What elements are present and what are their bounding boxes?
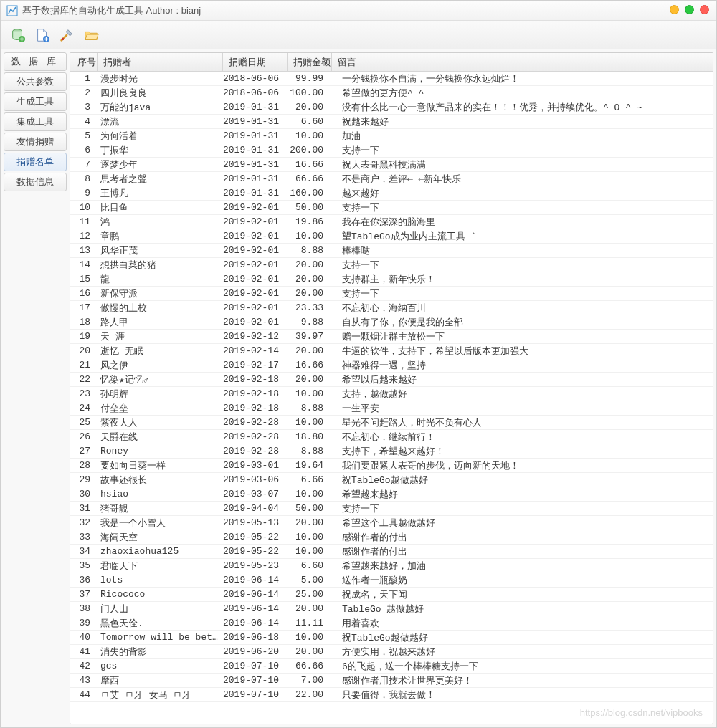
grid-header: 序号 捐赠者 捐赠日期 捐赠金额 留言: [70, 53, 713, 72]
table-row[interactable]: 21风之伊2019-02-1716.66神器难得一遇，坚持: [70, 358, 713, 373]
cell-date: 2019-02-01: [223, 202, 288, 213]
sidebar-tab-donate[interactable]: 友情捐赠: [4, 133, 67, 151]
cell-donor: 海阔天空: [98, 531, 223, 544]
col-amount[interactable]: 捐赠金额: [288, 53, 332, 71]
table-row[interactable]: 43摩西2019-07-107.00感谢作者用技术让世界更美好！: [70, 674, 713, 688]
cell-index: 38: [70, 603, 98, 614]
sidebar-tab-database[interactable]: 数 据 库: [4, 52, 67, 71]
cell-index: 19: [70, 331, 98, 342]
cell-donor: 逐梦少年: [98, 158, 223, 171]
cell-date: 2019-01-31: [223, 116, 288, 127]
cell-message: 不忘初心，海纳百川: [332, 302, 713, 315]
close-button[interactable]: [700, 5, 709, 14]
table-row[interactable]: 34zhaoxiaohua1252019-05-2210.00感谢作者的付出: [70, 545, 713, 559]
col-message[interactable]: 留言: [332, 53, 713, 71]
minimize-button[interactable]: [670, 5, 679, 14]
table-row[interactable]: 39黑色天佺.2019-06-1411.11用着喜欢: [70, 616, 713, 631]
sidebar-tab-gen-tools[interactable]: 生成工具: [4, 92, 67, 111]
cell-donor: Ricococo: [98, 589, 223, 600]
table-row[interactable]: 11鸿2019-02-0119.86我存在你深深的脑海里: [70, 215, 713, 229]
table-row[interactable]: 10比目鱼2019-02-0150.00支持一下: [70, 201, 713, 215]
maximize-button[interactable]: [685, 5, 694, 14]
table-row[interactable]: 15龍2019-02-0120.00支持群主，新年快乐！: [70, 272, 713, 287]
table-row[interactable]: 17傲慢的上校2019-02-0123.33不忘初心，海纳百川: [70, 301, 713, 315]
grid-body[interactable]: 1漫步时光2018-06-0699.99一分钱换你不自满，一分钱换你永远灿烂！2…: [70, 72, 713, 724]
body: 数 据 库公共参数生成工具集成工具友情捐赠捐赠名单数据信息 序号 捐赠者 捐赠日…: [1, 49, 716, 727]
cell-date: 2019-02-18: [223, 374, 288, 385]
cell-date: 2019-02-01: [223, 274, 288, 284]
table-row[interactable]: 26天爵在线2019-02-2818.80不忘初心，继续前行！: [70, 430, 713, 444]
table-row[interactable]: 7逐梦少年2019-01-3116.66祝大表哥黑科技满满: [70, 158, 713, 172]
cell-amount: 16.66: [288, 159, 332, 170]
cell-message: 方便实用，祝越来越好: [332, 646, 713, 658]
cell-message: 用着喜欢: [332, 617, 713, 630]
table-row[interactable]: 1漫步时光2018-06-0699.99一分钱换你不自满，一分钱换你永远灿烂！: [70, 72, 713, 86]
table-row[interactable]: 16新保守派2019-02-0120.00支持一下: [70, 287, 713, 301]
table-row[interactable]: 3万能的java2019-01-3120.00没有什么比一心一意做产品来的实在！…: [70, 100, 713, 115]
table-row[interactable]: 42gcs2019-07-1066.666的飞起，送一个棒棒糖支持一下: [70, 659, 713, 674]
cell-donor: 摩西: [98, 674, 223, 687]
col-donor[interactable]: 捐赠者: [98, 53, 223, 71]
table-row[interactable]: 32我是一个小雪人2019-05-1320.00希望这个工具越做越好: [70, 516, 713, 530]
col-date[interactable]: 捐赠日期: [223, 53, 288, 71]
cell-amount: 16.66: [288, 360, 332, 370]
cell-index: 40: [70, 632, 98, 643]
cell-donor: 四川良良良: [98, 87, 223, 100]
table-row[interactable]: 19天 涯2019-02-1239.97赠一颗烟让群主放松一下: [70, 330, 713, 344]
table-row[interactable]: 30hsiao2019-03-0710.00希望越来越好: [70, 487, 713, 502]
cell-date: 2019-06-14: [223, 589, 288, 600]
table-row[interactable]: 13风华正茂2019-02-018.88棒棒哒: [70, 244, 713, 258]
app-window: 基于数据库的自动化生成工具 Author : bianj 数 据 库公共参数生成…: [0, 0, 717, 728]
table-row[interactable]: 24付垒垒2019-02-188.88一生平安: [70, 401, 713, 416]
table-row[interactable]: 44ㅁ艾 ㅁ牙 女马 ㅁ牙2019-07-1022.00只要值得，我就去做！: [70, 688, 713, 702]
open-folder-button[interactable]: [81, 25, 101, 45]
sidebar-tab-integration[interactable]: 集成工具: [4, 112, 67, 131]
cell-amount: 6.60: [288, 560, 332, 571]
cell-index: 4: [70, 116, 98, 127]
table-row[interactable]: 6丁振华2019-01-31200.00支持一下: [70, 143, 713, 158]
cell-message: 棒棒哒: [332, 244, 713, 257]
table-row[interactable]: 25紫夜大人2019-02-2810.00星光不问赶路人，时光不负有心人: [70, 416, 713, 430]
table-row[interactable]: 27Roney2019-02-288.88支持下，希望越来越好！: [70, 444, 713, 459]
cell-message: 一生平安: [332, 402, 713, 415]
table-row[interactable]: 37Ricococo2019-06-1425.00祝成名，天下闻: [70, 588, 713, 602]
cell-donor: 傲慢的上校: [98, 302, 223, 315]
new-db-button[interactable]: [8, 25, 28, 45]
table-row[interactable]: 5为何活着2019-01-3110.00加油: [70, 129, 713, 143]
tools-button[interactable]: [57, 25, 77, 45]
table-row[interactable]: 22忆染★记忆♂2019-02-1820.00希望以后越来越好: [70, 373, 713, 387]
table-row[interactable]: 4漂流2019-01-316.60祝越来越好: [70, 115, 713, 129]
table-row[interactable]: 38门人山2019-06-1420.00TableGo 越做越好: [70, 602, 713, 616]
table-row[interactable]: 29故事还很长2019-03-066.66祝TableGo越做越好: [70, 473, 713, 487]
table-row[interactable]: 8思考者之聲2019-01-3166.66不是商户，差评←_←新年快乐: [70, 172, 713, 186]
col-index[interactable]: 序号: [70, 53, 98, 71]
table-row[interactable]: 2四川良良良2018-06-06100.00希望做的更方便^_^: [70, 86, 713, 100]
cell-date: 2019-02-18: [223, 403, 288, 413]
table-row[interactable]: 41消失的背影2019-06-2020.00方便实用，祝越来越好: [70, 645, 713, 659]
cell-date: 2019-06-14: [223, 603, 288, 614]
table-row[interactable]: 33海阔天空2019-05-2210.00感谢作者的付出: [70, 530, 713, 545]
sidebar-tab-data-info[interactable]: 数据信息: [4, 173, 67, 191]
table-row[interactable]: 36lots2019-06-145.00送作者一瓶酸奶: [70, 573, 713, 588]
table-row[interactable]: 14想拱白菜的猪2019-02-0120.00支持一下: [70, 258, 713, 272]
table-row[interactable]: 20逝忆 无眠2019-02-1420.00牛逼的软件，支持下，希望以后版本更加…: [70, 344, 713, 358]
sidebar-tab-donor-list[interactable]: 捐赠名单: [4, 153, 67, 171]
table-row[interactable]: 40Tomorrow will be better2019-06-1810.00…: [70, 631, 713, 645]
table-row[interactable]: 18路人甲2019-02-019.88自从有了你，你便是我的全部: [70, 315, 713, 330]
table-row[interactable]: 28要如向日葵一样2019-03-0119.64我们要跟紧大表哥的步伐，迈向新的…: [70, 459, 713, 473]
cell-date: 2019-01-31: [223, 145, 288, 155]
cell-donor: 我是一个小雪人: [98, 517, 223, 530]
table-row[interactable]: 9王博凡2019-01-31160.00越来越好: [70, 186, 713, 201]
cell-donor: 丁振华: [98, 144, 223, 157]
app-icon: [6, 5, 18, 16]
table-row[interactable]: 31猪哥靚2019-04-0450.00支持一下: [70, 502, 713, 516]
cell-message: 支持一下: [332, 502, 713, 515]
table-row[interactable]: 23孙明辉2019-02-1810.00支持，越做越好: [70, 387, 713, 401]
table-row[interactable]: 35君临天下2019-05-236.60希望越来越好，加油: [70, 559, 713, 573]
cell-date: 2019-02-28: [223, 446, 288, 456]
cell-index: 39: [70, 618, 98, 628]
sidebar-tab-public-params[interactable]: 公共参数: [4, 72, 67, 91]
table-row[interactable]: 12章鹏2019-02-0110.00望TableGo成为业内主流工具 `: [70, 229, 713, 244]
cell-index: 9: [70, 188, 98, 198]
new-file-button[interactable]: [32, 25, 52, 45]
